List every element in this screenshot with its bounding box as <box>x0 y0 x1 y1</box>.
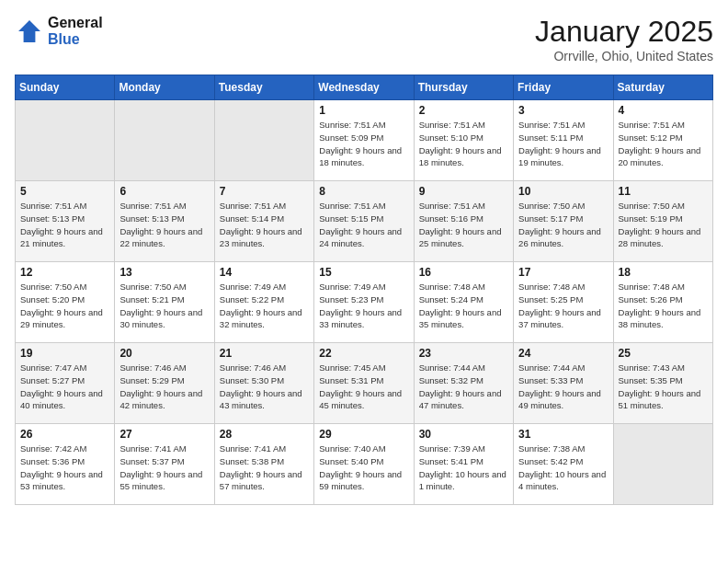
day-info: Sunrise: 7:47 AMSunset: 5:27 PMDaylight:… <box>20 362 109 412</box>
calendar-cell: 17Sunrise: 7:48 AMSunset: 5:25 PMDayligh… <box>514 262 613 343</box>
weekday-header: Thursday <box>414 75 513 100</box>
calendar-cell: 26Sunrise: 7:42 AMSunset: 5:36 PMDayligh… <box>16 424 115 505</box>
calendar-cell: 29Sunrise: 7:40 AMSunset: 5:40 PMDayligh… <box>314 424 414 505</box>
day-info: Sunrise: 7:40 AMSunset: 5:40 PMDaylight:… <box>319 442 408 493</box>
calendar-cell: 15Sunrise: 7:49 AMSunset: 5:23 PMDayligh… <box>314 262 414 343</box>
calendar-cell: 12Sunrise: 7:50 AMSunset: 5:20 PMDayligh… <box>16 262 115 343</box>
day-info: Sunrise: 7:48 AMSunset: 5:26 PMDaylight:… <box>619 281 708 331</box>
day-number: 24 <box>518 347 608 360</box>
calendar-cell: 13Sunrise: 7:50 AMSunset: 5:21 PMDayligh… <box>115 262 214 343</box>
day-number: 3 <box>518 104 608 117</box>
day-number: 18 <box>619 266 708 279</box>
day-number: 13 <box>119 266 209 279</box>
day-info: Sunrise: 7:51 AMSunset: 5:13 PMDaylight:… <box>119 200 209 250</box>
day-info: Sunrise: 7:46 AMSunset: 5:30 PMDaylight:… <box>220 362 309 412</box>
calendar-cell <box>16 100 115 181</box>
day-number: 31 <box>518 428 608 441</box>
page-header: General Blue January 2025 Orrville, Ohio… <box>15 15 713 63</box>
day-info: Sunrise: 7:44 AMSunset: 5:33 PMDaylight:… <box>518 362 608 412</box>
day-info: Sunrise: 7:51 AMSunset: 5:16 PMDaylight:… <box>419 200 508 250</box>
calendar-cell: 16Sunrise: 7:48 AMSunset: 5:24 PMDayligh… <box>414 262 513 343</box>
calendar-cell: 14Sunrise: 7:49 AMSunset: 5:22 PMDayligh… <box>214 262 313 343</box>
day-number: 2 <box>419 104 508 117</box>
calendar-cell: 28Sunrise: 7:41 AMSunset: 5:38 PMDayligh… <box>214 424 313 505</box>
weekday-header: Tuesday <box>214 75 313 100</box>
day-number: 10 <box>518 185 608 198</box>
calendar-cell: 21Sunrise: 7:46 AMSunset: 5:30 PMDayligh… <box>214 343 313 424</box>
calendar-week-row: 5Sunrise: 7:51 AMSunset: 5:13 PMDaylight… <box>16 181 713 262</box>
day-number: 29 <box>319 428 408 441</box>
day-number: 15 <box>319 266 408 279</box>
calendar-cell: 24Sunrise: 7:44 AMSunset: 5:33 PMDayligh… <box>514 343 613 424</box>
calendar-cell: 31Sunrise: 7:38 AMSunset: 5:42 PMDayligh… <box>514 424 613 505</box>
day-number: 21 <box>220 347 309 360</box>
day-number: 17 <box>518 266 608 279</box>
day-info: Sunrise: 7:41 AMSunset: 5:37 PMDaylight:… <box>119 442 209 493</box>
day-number: 30 <box>419 428 508 441</box>
day-info: Sunrise: 7:44 AMSunset: 5:32 PMDaylight:… <box>419 362 508 412</box>
month-title: January 2025 <box>535 15 713 49</box>
calendar-cell: 25Sunrise: 7:43 AMSunset: 5:35 PMDayligh… <box>613 343 712 424</box>
day-number: 22 <box>319 347 408 360</box>
weekday-header: Monday <box>115 75 214 100</box>
day-number: 23 <box>419 347 508 360</box>
calendar-cell: 9Sunrise: 7:51 AMSunset: 5:16 PMDaylight… <box>414 181 513 262</box>
day-info: Sunrise: 7:45 AMSunset: 5:31 PMDaylight:… <box>319 362 408 412</box>
day-number: 11 <box>619 185 708 198</box>
day-number: 20 <box>119 347 209 360</box>
day-info: Sunrise: 7:50 AMSunset: 5:21 PMDaylight:… <box>119 281 209 331</box>
weekday-header: Friday <box>514 75 613 100</box>
day-number: 7 <box>220 185 309 198</box>
day-number: 28 <box>220 428 309 441</box>
day-info: Sunrise: 7:48 AMSunset: 5:25 PMDaylight:… <box>518 281 608 331</box>
calendar-table: SundayMondayTuesdayWednesdayThursdayFrid… <box>15 75 713 505</box>
logo-icon <box>15 17 44 46</box>
day-number: 19 <box>20 347 109 360</box>
day-info: Sunrise: 7:50 AMSunset: 5:17 PMDaylight:… <box>518 200 608 250</box>
weekday-header: Wednesday <box>314 75 414 100</box>
day-number: 12 <box>20 266 109 279</box>
calendar-cell: 19Sunrise: 7:47 AMSunset: 5:27 PMDayligh… <box>16 343 115 424</box>
day-info: Sunrise: 7:51 AMSunset: 5:09 PMDaylight:… <box>319 119 408 169</box>
calendar-cell <box>115 100 214 181</box>
day-info: Sunrise: 7:51 AMSunset: 5:13 PMDaylight:… <box>20 200 109 250</box>
calendar-cell: 2Sunrise: 7:51 AMSunset: 5:10 PMDaylight… <box>414 100 513 181</box>
calendar-cell: 7Sunrise: 7:51 AMSunset: 5:14 PMDaylight… <box>214 181 313 262</box>
calendar-cell: 22Sunrise: 7:45 AMSunset: 5:31 PMDayligh… <box>314 343 414 424</box>
day-number: 5 <box>20 185 109 198</box>
logo: General Blue <box>15 15 103 48</box>
calendar-cell: 18Sunrise: 7:48 AMSunset: 5:26 PMDayligh… <box>613 262 712 343</box>
calendar-cell <box>613 424 712 505</box>
day-info: Sunrise: 7:43 AMSunset: 5:35 PMDaylight:… <box>619 362 708 412</box>
calendar-cell: 23Sunrise: 7:44 AMSunset: 5:32 PMDayligh… <box>414 343 513 424</box>
calendar-cell: 6Sunrise: 7:51 AMSunset: 5:13 PMDaylight… <box>115 181 214 262</box>
calendar-week-row: 12Sunrise: 7:50 AMSunset: 5:20 PMDayligh… <box>16 262 713 343</box>
calendar-cell: 5Sunrise: 7:51 AMSunset: 5:13 PMDaylight… <box>16 181 115 262</box>
day-info: Sunrise: 7:38 AMSunset: 5:42 PMDaylight:… <box>518 442 608 493</box>
day-number: 4 <box>619 104 708 117</box>
calendar-cell: 4Sunrise: 7:51 AMSunset: 5:12 PMDaylight… <box>613 100 712 181</box>
day-info: Sunrise: 7:42 AMSunset: 5:36 PMDaylight:… <box>20 442 109 493</box>
day-info: Sunrise: 7:41 AMSunset: 5:38 PMDaylight:… <box>220 442 309 493</box>
calendar-week-row: 1Sunrise: 7:51 AMSunset: 5:09 PMDaylight… <box>16 100 713 181</box>
day-number: 26 <box>20 428 109 441</box>
day-info: Sunrise: 7:49 AMSunset: 5:23 PMDaylight:… <box>319 281 408 331</box>
calendar-cell: 1Sunrise: 7:51 AMSunset: 5:09 PMDaylight… <box>314 100 414 181</box>
day-info: Sunrise: 7:50 AMSunset: 5:19 PMDaylight:… <box>619 200 708 250</box>
calendar-cell: 20Sunrise: 7:46 AMSunset: 5:29 PMDayligh… <box>115 343 214 424</box>
day-info: Sunrise: 7:50 AMSunset: 5:20 PMDaylight:… <box>20 281 109 331</box>
calendar-cell: 3Sunrise: 7:51 AMSunset: 5:11 PMDaylight… <box>514 100 613 181</box>
day-info: Sunrise: 7:46 AMSunset: 5:29 PMDaylight:… <box>119 362 209 412</box>
day-info: Sunrise: 7:49 AMSunset: 5:22 PMDaylight:… <box>220 281 309 331</box>
logo-text: General Blue <box>48 15 103 48</box>
day-info: Sunrise: 7:51 AMSunset: 5:11 PMDaylight:… <box>518 119 608 169</box>
calendar-cell <box>214 100 313 181</box>
title-block: January 2025 Orrville, Ohio, United Stat… <box>535 15 713 63</box>
day-info: Sunrise: 7:48 AMSunset: 5:24 PMDaylight:… <box>419 281 508 331</box>
calendar-cell: 30Sunrise: 7:39 AMSunset: 5:41 PMDayligh… <box>414 424 513 505</box>
day-number: 14 <box>220 266 309 279</box>
day-info: Sunrise: 7:51 AMSunset: 5:12 PMDaylight:… <box>619 119 708 169</box>
day-number: 8 <box>319 185 408 198</box>
weekday-header: Saturday <box>613 75 712 100</box>
weekday-header: Sunday <box>16 75 115 100</box>
